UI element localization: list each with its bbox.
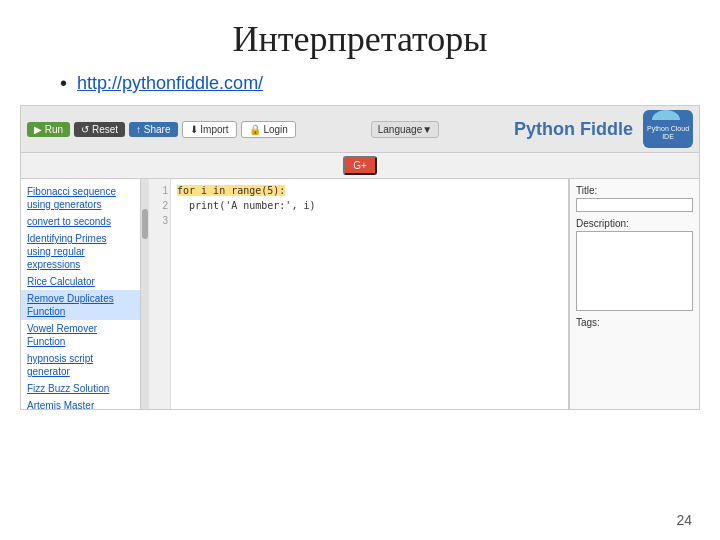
- fiddle-sidebar-container: Fibonacci sequenceusing generators conve…: [21, 179, 149, 409]
- pythonfiddle-link[interactable]: http://pythonfiddle.com/: [77, 73, 263, 94]
- run-button[interactable]: ▶ Run: [27, 122, 70, 137]
- slide-title: Интерпретаторы: [0, 18, 720, 60]
- tags-label: Tags:: [576, 317, 693, 328]
- code-line-2: print('A number:', i): [177, 198, 562, 213]
- list-item[interactable]: Identifying Primesusing regularexpressio…: [21, 230, 140, 273]
- import-button[interactable]: ⬇ Import: [182, 121, 237, 138]
- bullet-item: • http://pythonfiddle.com/: [60, 72, 720, 95]
- page-number: 24: [676, 512, 692, 528]
- fiddle-right-panel: Title: Description: Tags:: [569, 179, 699, 409]
- fiddle-main: Fibonacci sequenceusing generators conve…: [21, 179, 699, 409]
- list-item[interactable]: convert to seconds: [21, 213, 140, 230]
- list-item[interactable]: Fizz Buzz Solution: [21, 380, 140, 397]
- description-textarea[interactable]: [576, 231, 693, 311]
- bullet-dot: •: [60, 72, 67, 95]
- fiddle-toolbar-row2: G+: [21, 153, 699, 179]
- sidebar-scroll-thumb[interactable]: [142, 209, 148, 239]
- fiddle-logo-text: Python Fiddle: [514, 119, 633, 140]
- share-button[interactable]: ↑ Share: [129, 122, 177, 137]
- description-label: Description:: [576, 218, 693, 229]
- reset-button[interactable]: ↺ Reset: [74, 122, 125, 137]
- line-numbers: 1 2 3: [149, 179, 171, 409]
- fiddle-toolbar: ▶ Run ↺ Reset ↑ Share ⬇ Import 🔒 Login L…: [21, 106, 699, 153]
- list-item[interactable]: Fibonacci sequenceusing generators: [21, 183, 140, 213]
- login-button[interactable]: 🔒 Login: [241, 121, 296, 138]
- title-label: Title:: [576, 185, 693, 196]
- list-item-active[interactable]: Remove DuplicatesFunction: [21, 290, 140, 320]
- list-item[interactable]: Vowel RemoverFunction: [21, 320, 140, 350]
- python-cloud-badge: Python Cloud IDE: [643, 110, 693, 148]
- list-item[interactable]: Rice Calculator: [21, 273, 140, 290]
- list-item[interactable]: hypnosis scriptgenerator: [21, 350, 140, 380]
- list-item[interactable]: Artemis MasterEncryption Algorithm: [21, 397, 140, 409]
- fiddle-screenshot: ▶ Run ↺ Reset ↑ Share ⬇ Import 🔒 Login L…: [20, 105, 700, 410]
- bullet-section: • http://pythonfiddle.com/: [0, 72, 720, 95]
- code-line-1: for i in range(5):: [177, 183, 562, 198]
- fiddle-sidebar: Fibonacci sequenceusing generators conve…: [21, 179, 141, 409]
- language-dropdown[interactable]: Language▼: [371, 121, 439, 138]
- cloud-badge-text: Python Cloud IDE: [643, 125, 693, 142]
- title-input[interactable]: [576, 198, 693, 212]
- gplus-button[interactable]: G+: [343, 156, 377, 175]
- fiddle-editor[interactable]: 1 2 3 for i in range(5): print('A number…: [149, 179, 569, 409]
- sidebar-scrollbar[interactable]: [141, 179, 149, 409]
- code-area[interactable]: for i in range(5): print('A number:', i): [171, 179, 568, 409]
- code-editor-inner: 1 2 3 for i in range(5): print('A number…: [149, 179, 568, 409]
